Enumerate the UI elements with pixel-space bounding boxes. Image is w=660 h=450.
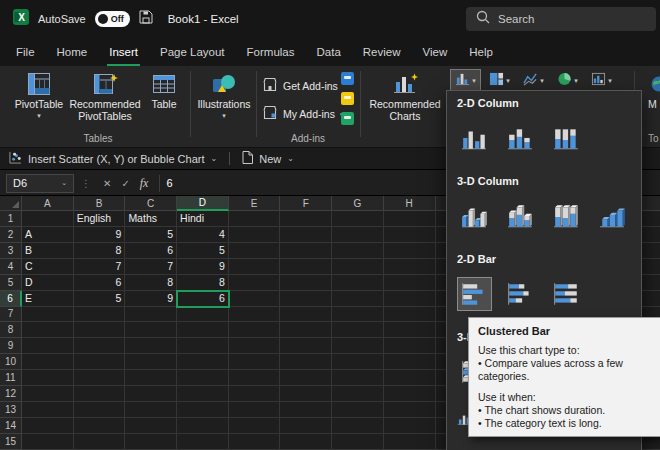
tab-formulas[interactable]: Formulas <box>236 38 306 66</box>
cell-D9[interactable] <box>177 338 229 354</box>
cell-G9[interactable] <box>332 338 384 354</box>
row-header-11[interactable]: 11 <box>0 370 22 386</box>
cell-H6[interactable] <box>384 291 436 307</box>
cell-G14[interactable] <box>332 418 384 434</box>
column-header-C[interactable]: C <box>125 196 177 211</box>
addin-icon-1[interactable] <box>341 72 354 85</box>
row-header-2[interactable]: 2 <box>0 227 22 243</box>
row-header-10[interactable]: 10 <box>0 354 22 370</box>
cell-C1[interactable]: Maths <box>125 211 177 227</box>
cell-E1[interactable] <box>229 211 281 227</box>
cell-F7[interactable] <box>280 307 332 323</box>
cell-H3[interactable] <box>384 243 436 259</box>
tab-view[interactable]: View <box>412 38 459 66</box>
cell-C12[interactable] <box>125 386 177 402</box>
cell-H5[interactable] <box>384 275 436 291</box>
cell-H11[interactable] <box>384 370 436 386</box>
row-header-3[interactable]: 3 <box>0 243 22 259</box>
cell-C8[interactable] <box>125 322 177 338</box>
cell-C6[interactable]: 9 <box>125 291 177 307</box>
chart-type-3d-clustered-column-button[interactable] <box>457 199 492 233</box>
cell-A11[interactable] <box>22 370 74 386</box>
cell-A13[interactable] <box>22 402 74 418</box>
cell-B2[interactable]: 9 <box>74 227 126 243</box>
cell-A15[interactable] <box>22 434 74 450</box>
cell-C15[interactable] <box>125 434 177 450</box>
cell-E13[interactable] <box>229 402 281 418</box>
cell-G5[interactable] <box>332 275 384 291</box>
formula-bar-handle[interactable]: ⋮ <box>81 178 91 189</box>
cell-D3[interactable]: 5 <box>177 243 229 259</box>
enter-icon[interactable]: ✓ <box>121 178 129 189</box>
cell-H10[interactable] <box>384 354 436 370</box>
illustrations-button[interactable]: Illustrations ▾ <box>196 70 252 132</box>
cell-G10[interactable] <box>332 354 384 370</box>
cell-A7[interactable] <box>22 307 74 323</box>
cell-H1[interactable] <box>384 211 436 227</box>
cell-B5[interactable]: 6 <box>74 275 126 291</box>
cell-E4[interactable] <box>229 259 281 275</box>
row-header-12[interactable]: 12 <box>0 386 22 402</box>
name-box[interactable]: D6 ⌄ <box>6 174 74 193</box>
tab-data[interactable]: Data <box>306 38 352 66</box>
tab-page-layout[interactable]: Page Layout <box>149 38 236 66</box>
cell-B11[interactable] <box>74 370 126 386</box>
tab-insert[interactable]: Insert <box>98 38 149 66</box>
table-button[interactable]: Table <box>142 70 186 132</box>
cell-C14[interactable] <box>125 418 177 434</box>
chart-type-stacked-bar-button[interactable] <box>503 277 538 311</box>
cell-D12[interactable] <box>177 386 229 402</box>
cell-M4[interactable] <box>642 259 660 275</box>
cell-F9[interactable] <box>280 338 332 354</box>
cell-E9[interactable] <box>229 338 281 354</box>
cell-B6[interactable]: 5 <box>74 291 126 307</box>
cell-D1[interactable]: Hindi <box>177 211 229 227</box>
recommended-charts-button[interactable]: Recommended Charts <box>366 70 444 132</box>
cell-D6[interactable]: 6 <box>177 291 229 307</box>
insert-column-or-bar-chart-button[interactable]: ▾ <box>450 69 481 92</box>
cell-A4[interactable]: C <box>22 259 74 275</box>
cell-F10[interactable] <box>280 354 332 370</box>
cell-C5[interactable]: 8 <box>125 275 177 291</box>
cell-F3[interactable] <box>280 243 332 259</box>
cell-D14[interactable] <box>177 418 229 434</box>
cell-C9[interactable] <box>125 338 177 354</box>
recent-command[interactable]: Insert Scatter (X, Y) or Bubble Chart <box>28 153 204 165</box>
cell-M1[interactable] <box>642 211 660 227</box>
cell-F1[interactable] <box>280 211 332 227</box>
insert-pie-or-doughnut-chart-button[interactable]: ▾ <box>552 69 583 92</box>
save-icon[interactable] <box>139 10 153 28</box>
cell-G1[interactable] <box>332 211 384 227</box>
cell-A6[interactable]: E <box>22 291 74 307</box>
column-header-G[interactable]: G <box>332 196 384 211</box>
cell-F15[interactable] <box>280 434 332 450</box>
cell-G4[interactable] <box>332 259 384 275</box>
cell-H9[interactable] <box>384 338 436 354</box>
cell-A1[interactable] <box>22 211 74 227</box>
chart-type-100-stacked-column-button[interactable] <box>549 121 584 155</box>
column-header-M[interactable]: M <box>642 196 660 211</box>
column-header-F[interactable]: F <box>280 196 332 211</box>
cell-G12[interactable] <box>332 386 384 402</box>
autosave-toggle[interactable]: Off <box>95 11 130 27</box>
cell-E3[interactable] <box>229 243 281 259</box>
chart-type-3d-column-button[interactable] <box>595 199 630 233</box>
search-box[interactable]: Search <box>466 7 656 31</box>
cell-H12[interactable] <box>384 386 436 402</box>
cell-E7[interactable] <box>229 307 281 323</box>
insert-function-button[interactable]: fx <box>140 176 149 191</box>
cell-D5[interactable]: 8 <box>177 275 229 291</box>
tab-help[interactable]: Help <box>458 38 504 66</box>
cell-B12[interactable] <box>74 386 126 402</box>
chevron-down-icon[interactable]: ⌄ <box>287 154 294 163</box>
cell-M6[interactable] <box>642 291 660 307</box>
cell-G2[interactable] <box>332 227 384 243</box>
cell-C13[interactable] <box>125 402 177 418</box>
cell-C7[interactable] <box>125 307 177 323</box>
recommended-pivottables-button[interactable]: Recommended PivotTables <box>66 70 144 132</box>
cell-F4[interactable] <box>280 259 332 275</box>
cell-C11[interactable] <box>125 370 177 386</box>
column-header-D[interactable]: D <box>177 196 229 211</box>
cell-B3[interactable]: 8 <box>74 243 126 259</box>
cell-M5[interactable] <box>642 275 660 291</box>
